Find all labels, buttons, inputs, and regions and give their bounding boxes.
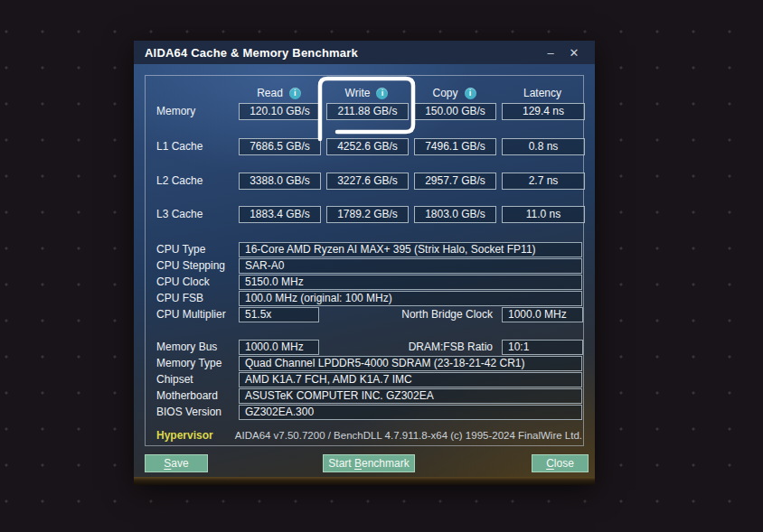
field-label: Memory Bus	[156, 340, 217, 355]
l2-write-value: 3227.6 GB/s	[326, 173, 409, 190]
field-row-cpu-type: CPU Type 16-Core AMD Ryzen AI MAX+ 395 (…	[146, 242, 583, 257]
column-header-copy: Copy i	[414, 84, 495, 102]
dram-fsb-ratio-label: DRAM:FSB Ratio	[326, 340, 493, 355]
motherboard-value: ASUSTeK COMPUTER INC. GZ302EA	[239, 388, 582, 404]
field-row-motherboard: Motherboard ASUSTeK COMPUTER INC. GZ302E…	[146, 388, 583, 404]
field-row-memory-type: Memory Type Quad Channel LPDDR5-4000 SDR…	[146, 356, 583, 371]
bios-version-value: GZ302EA.300	[239, 405, 582, 420]
field-label: CPU Clock	[156, 275, 210, 290]
copy-column-label: Copy	[432, 87, 457, 99]
info-icon[interactable]: i	[465, 88, 476, 99]
table-row-memory: Memory 120.10 GB/s 211.88 GB/s 150.00 GB…	[146, 103, 583, 120]
field-label: CPU Type	[156, 242, 205, 257]
aida64-benchmark-window: AIDA64 Cache & Memory Benchmark – ✕ Read…	[134, 41, 595, 485]
cpu-stepping-value: SAR-A0	[239, 258, 582, 274]
row-label: L2 Cache	[156, 173, 203, 190]
save-button-key: S	[164, 457, 171, 470]
field-label: CPU FSB	[156, 291, 203, 306]
field-row-cpu-stepping: CPU Stepping SAR-A0	[146, 258, 583, 274]
close-button[interactable]: ✕	[562, 42, 586, 62]
l2-copy-value: 2957.7 GB/s	[414, 173, 496, 190]
close-button-label: lose	[554, 457, 574, 470]
window-title: AIDA64 Cache & Memory Benchmark	[145, 46, 539, 60]
north-bridge-clock-value: 1000.0 MHz	[502, 307, 583, 322]
field-label: Motherboard	[156, 388, 218, 404]
field-label: CPU Stepping	[156, 258, 225, 274]
start-button-key: B	[354, 457, 362, 470]
field-row-cpu-clock: CPU Clock 5150.0 MHz	[146, 275, 583, 290]
chipset-value: AMD K1A.7 FCH, AMD K1A.7 IMC	[239, 372, 582, 387]
start-button-prefix: Start	[328, 457, 354, 470]
column-header-write: Write i	[326, 84, 407, 102]
start-benchmark-button[interactable]: Start Benchmark	[323, 454, 415, 472]
field-row-chipset: Chipset AMD K1A.7 FCH, AMD K1A.7 IMC	[146, 372, 583, 387]
version-text: AIDA64 v7.50.7200 / BenchDLL 4.7.911.8-x…	[235, 428, 582, 443]
save-button[interactable]: Save	[145, 454, 208, 472]
row-label: Memory	[156, 103, 195, 120]
north-bridge-clock-label: North Bridge Clock	[326, 307, 493, 322]
field-label: Chipset	[156, 372, 193, 387]
table-row-l1-cache: L1 Cache 7686.5 GB/s 4252.6 GB/s 7496.1 …	[146, 138, 583, 155]
window-bottom-strip	[134, 477, 595, 485]
column-header-read: Read i	[239, 84, 319, 102]
cpu-type-value: 16-Core AMD Ryzen AI MAX+ 395 (Strix Hal…	[239, 242, 582, 257]
column-header-latency: Latency	[502, 84, 583, 102]
save-button-label: ave	[171, 457, 188, 470]
field-row-bios-version: BIOS Version GZ302EA.300	[146, 405, 583, 420]
l2-latency-value: 2.7 ns	[502, 173, 585, 190]
l3-read-value: 1883.4 GB/s	[239, 206, 321, 223]
field-row-memory-bus: Memory Bus 1000.0 MHz DRAM:FSB Ratio 10:…	[146, 340, 583, 355]
minimize-icon: –	[547, 46, 553, 60]
read-column-label: Read	[257, 87, 283, 99]
dialog-content: Read i Write i Copy i Latency	[134, 64, 595, 485]
latency-column-label: Latency	[523, 87, 561, 99]
hypervisor-label: Hypervisor	[156, 428, 213, 443]
window-titlebar[interactable]: AIDA64 Cache & Memory Benchmark – ✕	[134, 41, 595, 64]
memory-read-value: 120.10 GB/s	[239, 103, 321, 120]
minimize-button[interactable]: –	[539, 42, 562, 62]
footer-row: Hypervisor AIDA64 v7.50.7200 / BenchDLL …	[146, 428, 583, 443]
dram-fsb-ratio-value: 10:1	[502, 340, 583, 355]
field-label: Memory Type	[156, 356, 221, 371]
cpu-multiplier-value: 51.5x	[239, 307, 319, 322]
row-label: L3 Cache	[156, 206, 203, 223]
field-row-cpu-fsb: CPU FSB 100.0 MHz (original: 100 MHz)	[146, 291, 583, 306]
benchmark-panel: Read i Write i Copy i Latency	[145, 75, 584, 446]
l3-write-value: 1789.2 GB/s	[326, 206, 409, 223]
l1-read-value: 7686.5 GB/s	[239, 138, 321, 155]
row-label: L1 Cache	[156, 138, 203, 155]
cpu-clock-value: 5150.0 MHz	[239, 275, 582, 290]
write-column-label: Write	[345, 87, 371, 99]
field-row-cpu-multiplier: CPU Multiplier 51.5x North Bridge Clock …	[146, 307, 583, 322]
l3-latency-value: 11.0 ns	[502, 206, 585, 223]
memory-bus-value: 1000.0 MHz	[239, 340, 319, 355]
info-icon[interactable]: i	[376, 88, 388, 99]
l2-read-value: 3388.0 GB/s	[239, 173, 321, 190]
l1-latency-value: 0.8 ns	[502, 138, 585, 155]
close-dialog-button[interactable]: Close	[532, 454, 589, 472]
l1-write-value: 4252.6 GB/s	[326, 138, 409, 155]
field-label: CPU Multiplier	[156, 307, 226, 322]
table-row-l2-cache: L2 Cache 3388.0 GB/s 3227.6 GB/s 2957.7 …	[146, 173, 583, 190]
memory-write-value: 211.88 GB/s	[326, 103, 409, 120]
field-label: BIOS Version	[156, 405, 221, 420]
start-button-label: enchmark	[362, 457, 410, 470]
memory-copy-value: 150.00 GB/s	[414, 103, 496, 120]
memory-type-value: Quad Channel LPDDR5-4000 SDRAM (23-18-21…	[239, 356, 582, 371]
l3-copy-value: 1803.0 GB/s	[414, 206, 496, 223]
cpu-fsb-value: 100.0 MHz (original: 100 MHz)	[239, 291, 582, 306]
l1-copy-value: 7496.1 GB/s	[414, 138, 496, 155]
benchmark-header-row: Read i Write i Copy i Latency	[146, 84, 583, 102]
table-row-l3-cache: L3 Cache 1883.4 GB/s 1789.2 GB/s 1803.0 …	[146, 206, 583, 223]
close-icon: ✕	[570, 46, 579, 60]
memory-latency-value: 129.4 ns	[502, 103, 585, 120]
info-icon[interactable]: i	[289, 88, 301, 99]
close-button-key: C	[546, 457, 554, 470]
